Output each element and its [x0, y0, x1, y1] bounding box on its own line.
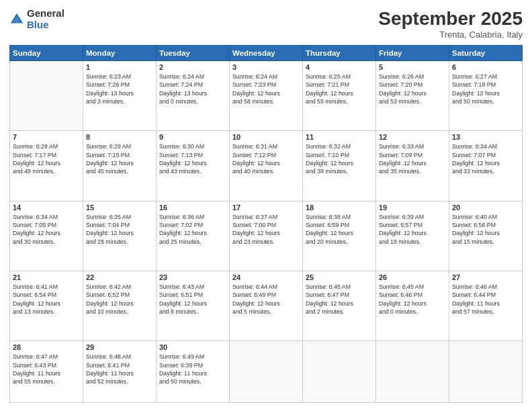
day-info: Sunrise: 6:29 AM Sunset: 7:15 PM Dayligh…: [86, 142, 153, 175]
calendar-cell: 6Sunrise: 6:27 AM Sunset: 7:18 PM Daylig…: [449, 61, 523, 131]
day-number: 30: [159, 343, 226, 351]
day-number: 7: [13, 133, 80, 141]
logo-icon: [9, 12, 24, 27]
col-sunday: Sunday: [10, 46, 83, 61]
calendar-cell: [10, 61, 83, 131]
calendar-week-row: 21Sunrise: 6:41 AM Sunset: 6:54 PM Dayli…: [10, 271, 523, 341]
day-number: 17: [232, 203, 300, 212]
col-monday: Monday: [83, 46, 157, 61]
day-info: Sunrise: 6:38 AM Sunset: 6:59 PM Dayligh…: [306, 213, 373, 246]
day-number: 8: [86, 133, 153, 141]
calendar-cell: 25Sunrise: 6:45 AM Sunset: 6:47 PM Dayli…: [303, 271, 376, 341]
day-number: 26: [379, 273, 446, 281]
day-number: 4: [306, 63, 373, 71]
calendar-cell: 17Sunrise: 6:37 AM Sunset: 7:00 PM Dayli…: [230, 201, 303, 271]
calendar-cell: 19Sunrise: 6:39 AM Sunset: 6:57 PM Dayli…: [376, 201, 449, 271]
calendar-cell: 16Sunrise: 6:36 AM Sunset: 7:02 PM Dayli…: [157, 201, 230, 271]
day-info: Sunrise: 6:34 AM Sunset: 7:05 PM Dayligh…: [13, 213, 80, 246]
day-number: 25: [306, 273, 373, 281]
calendar-cell: 9Sunrise: 6:30 AM Sunset: 7:13 PM Daylig…: [157, 131, 230, 201]
day-info: Sunrise: 6:35 AM Sunset: 7:04 PM Dayligh…: [86, 213, 153, 246]
calendar-cell: [303, 341, 376, 403]
day-info: Sunrise: 6:24 AM Sunset: 7:23 PM Dayligh…: [232, 73, 300, 105]
day-info: Sunrise: 6:33 AM Sunset: 7:09 PM Dayligh…: [379, 142, 446, 175]
calendar-cell: 23Sunrise: 6:43 AM Sunset: 6:51 PM Dayli…: [157, 271, 230, 341]
logo: General Blue: [9, 8, 64, 30]
calendar-cell: 3Sunrise: 6:24 AM Sunset: 7:23 PM Daylig…: [230, 61, 303, 131]
day-info: Sunrise: 6:25 AM Sunset: 7:21 PM Dayligh…: [306, 73, 373, 105]
calendar-table: Sunday Monday Tuesday Wednesday Thursday…: [9, 45, 523, 403]
header: General Blue September 2025 Trenta, Cala…: [9, 8, 523, 40]
calendar-cell: 30Sunrise: 6:49 AM Sunset: 6:39 PM Dayli…: [157, 341, 230, 403]
calendar-cell: 21Sunrise: 6:41 AM Sunset: 6:54 PM Dayli…: [10, 271, 83, 341]
day-number: 9: [159, 133, 226, 141]
calendar-cell: 13Sunrise: 6:34 AM Sunset: 7:07 PM Dayli…: [449, 131, 523, 201]
day-info: Sunrise: 6:30 AM Sunset: 7:13 PM Dayligh…: [159, 142, 226, 175]
day-info: Sunrise: 6:24 AM Sunset: 7:24 PM Dayligh…: [159, 73, 226, 105]
day-number: 29: [86, 343, 153, 351]
day-info: Sunrise: 6:47 AM Sunset: 6:43 PM Dayligh…: [13, 353, 80, 385]
col-wednesday: Wednesday: [230, 46, 303, 61]
calendar-week-row: 14Sunrise: 6:34 AM Sunset: 7:05 PM Dayli…: [10, 201, 523, 271]
day-info: Sunrise: 6:32 AM Sunset: 7:10 PM Dayligh…: [306, 142, 373, 175]
day-info: Sunrise: 6:31 AM Sunset: 7:12 PM Dayligh…: [232, 142, 300, 175]
calendar-cell: 10Sunrise: 6:31 AM Sunset: 7:12 PM Dayli…: [230, 131, 303, 201]
location-subtitle: Trenta, Calabria, Italy: [378, 30, 523, 40]
day-number: 10: [232, 133, 300, 141]
calendar-week-row: 28Sunrise: 6:47 AM Sunset: 6:43 PM Dayli…: [10, 341, 523, 403]
day-number: 28: [13, 343, 80, 351]
day-number: 1: [86, 63, 153, 71]
calendar-week-row: 7Sunrise: 6:28 AM Sunset: 7:17 PM Daylig…: [10, 131, 523, 201]
calendar-cell: 14Sunrise: 6:34 AM Sunset: 7:05 PM Dayli…: [10, 201, 83, 271]
day-number: 2: [159, 63, 226, 71]
page: General Blue September 2025 Trenta, Cala…: [0, 0, 532, 411]
logo-blue: Blue: [27, 19, 64, 31]
calendar-cell: 26Sunrise: 6:45 AM Sunset: 6:46 PM Dayli…: [376, 271, 449, 341]
day-info: Sunrise: 6:28 AM Sunset: 7:17 PM Dayligh…: [13, 142, 80, 175]
day-info: Sunrise: 6:37 AM Sunset: 7:00 PM Dayligh…: [232, 213, 300, 246]
calendar-cell: 27Sunrise: 6:46 AM Sunset: 6:44 PM Dayli…: [449, 271, 523, 341]
day-info: Sunrise: 6:40 AM Sunset: 6:56 PM Dayligh…: [452, 213, 519, 246]
day-number: 18: [306, 203, 373, 212]
day-info: Sunrise: 6:27 AM Sunset: 7:18 PM Dayligh…: [452, 73, 519, 105]
calendar-cell: 8Sunrise: 6:29 AM Sunset: 7:15 PM Daylig…: [83, 131, 157, 201]
col-thursday: Thursday: [303, 46, 376, 61]
day-number: 20: [452, 203, 519, 212]
day-info: Sunrise: 6:45 AM Sunset: 6:46 PM Dayligh…: [379, 283, 446, 316]
calendar-cell: 15Sunrise: 6:35 AM Sunset: 7:04 PM Dayli…: [83, 201, 157, 271]
calendar-cell: 28Sunrise: 6:47 AM Sunset: 6:43 PM Dayli…: [10, 341, 83, 403]
day-info: Sunrise: 6:41 AM Sunset: 6:54 PM Dayligh…: [13, 283, 80, 316]
calendar-cell: 4Sunrise: 6:25 AM Sunset: 7:21 PM Daylig…: [303, 61, 376, 131]
calendar-cell: 24Sunrise: 6:44 AM Sunset: 6:49 PM Dayli…: [230, 271, 303, 341]
day-number: 6: [452, 63, 519, 71]
day-info: Sunrise: 6:39 AM Sunset: 6:57 PM Dayligh…: [379, 213, 446, 246]
day-number: 19: [379, 203, 446, 212]
col-friday: Friday: [376, 46, 449, 61]
calendar-week-row: 1Sunrise: 6:23 AM Sunset: 7:26 PM Daylig…: [10, 61, 523, 131]
day-info: Sunrise: 6:43 AM Sunset: 6:51 PM Dayligh…: [159, 283, 226, 316]
calendar-cell: 7Sunrise: 6:28 AM Sunset: 7:17 PM Daylig…: [10, 131, 83, 201]
calendar-cell: 1Sunrise: 6:23 AM Sunset: 7:26 PM Daylig…: [83, 61, 157, 131]
day-number: 3: [232, 63, 300, 71]
calendar-cell: 22Sunrise: 6:42 AM Sunset: 6:52 PM Dayli…: [83, 271, 157, 341]
logo-general: General: [27, 8, 64, 19]
day-info: Sunrise: 6:45 AM Sunset: 6:47 PM Dayligh…: [306, 283, 373, 316]
calendar-cell: [230, 341, 303, 403]
calendar-cell: 20Sunrise: 6:40 AM Sunset: 6:56 PM Dayli…: [449, 201, 523, 271]
month-title: September 2025: [378, 8, 523, 30]
day-number: 16: [159, 203, 226, 212]
calendar-cell: 11Sunrise: 6:32 AM Sunset: 7:10 PM Dayli…: [303, 131, 376, 201]
day-info: Sunrise: 6:46 AM Sunset: 6:44 PM Dayligh…: [452, 283, 519, 316]
day-number: 23: [159, 273, 226, 281]
day-number: 12: [379, 133, 446, 141]
calendar-cell: [449, 341, 523, 403]
day-info: Sunrise: 6:26 AM Sunset: 7:20 PM Dayligh…: [379, 73, 446, 105]
logo-text: General Blue: [27, 8, 64, 30]
calendar-cell: 18Sunrise: 6:38 AM Sunset: 6:59 PM Dayli…: [303, 201, 376, 271]
day-info: Sunrise: 6:49 AM Sunset: 6:39 PM Dayligh…: [159, 353, 226, 385]
day-number: 14: [13, 203, 80, 212]
day-number: 21: [13, 273, 80, 281]
calendar-cell: [376, 341, 449, 403]
calendar-cell: 29Sunrise: 6:48 AM Sunset: 6:41 PM Dayli…: [83, 341, 157, 403]
day-number: 27: [452, 273, 519, 281]
